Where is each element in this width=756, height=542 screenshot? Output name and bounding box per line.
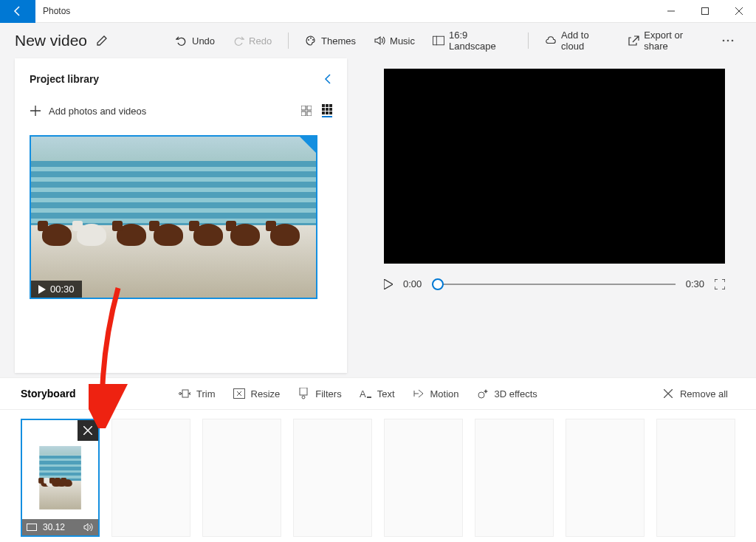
svg-rect-12 <box>301 112 306 116</box>
empty-slot[interactable] <box>475 419 554 537</box>
toolbar: New video Undo Redo Themes Music 16:9 La… <box>0 23 756 58</box>
empty-slot[interactable] <box>656 419 735 537</box>
redo-button[interactable]: Redo <box>225 30 279 51</box>
aspect-button[interactable]: 16:9 Landscape <box>425 25 519 56</box>
text-button[interactable]: A Text <box>352 385 402 402</box>
empty-slot[interactable] <box>566 419 645 537</box>
svg-rect-1 <box>702 8 709 15</box>
close-button[interactable] <box>722 0 756 23</box>
svg-rect-17 <box>322 108 325 111</box>
aspect-icon <box>27 524 37 531</box>
svg-rect-20 <box>322 112 325 114</box>
svg-rect-11 <box>307 106 312 110</box>
svg-point-7 <box>723 40 725 42</box>
trim-button[interactable]: Trim <box>171 385 223 402</box>
svg-text:A: A <box>360 388 366 399</box>
music-label: Music <box>390 35 415 47</box>
svg-rect-5 <box>433 36 444 45</box>
remove-all-button[interactable]: Remove all <box>655 385 735 402</box>
video-preview[interactable] <box>384 69 725 264</box>
selected-corner-icon <box>300 137 316 153</box>
duration-badge: 00:30 <box>31 281 82 298</box>
maximize-button[interactable] <box>688 0 722 23</box>
grid-small-icon[interactable] <box>301 106 312 116</box>
storyboard-toolbar: Storyboard Trim Resize Filters A Text Mo… <box>0 377 756 410</box>
redo-icon <box>233 35 244 47</box>
svg-point-4 <box>312 39 314 41</box>
cloud-label: Add to cloud <box>561 30 610 52</box>
cloud-button[interactable]: Add to cloud <box>537 25 617 56</box>
landscape-icon <box>433 35 444 47</box>
empty-slot[interactable] <box>202 419 281 537</box>
svg-rect-14 <box>322 104 325 107</box>
minimize-button[interactable] <box>654 0 688 23</box>
time-position: 0:00 <box>403 278 422 289</box>
motion-icon <box>413 388 425 399</box>
themes-button[interactable]: Themes <box>298 30 363 51</box>
view-mode-toggle <box>301 104 332 117</box>
project-title: New video <box>15 32 87 49</box>
themes-label: Themes <box>321 35 356 47</box>
text-icon: A <box>360 388 371 399</box>
remove-clip-button[interactable] <box>78 420 98 441</box>
plus-icon <box>30 105 41 117</box>
svg-rect-16 <box>329 104 332 107</box>
add-media-button[interactable]: Add photos and videos <box>30 105 146 117</box>
play-button[interactable] <box>384 279 393 289</box>
resize-icon <box>233 388 245 399</box>
palette-icon <box>305 35 317 47</box>
svg-rect-23 <box>182 390 188 397</box>
svg-rect-21 <box>326 112 329 114</box>
svg-rect-22 <box>329 112 332 114</box>
svg-point-3 <box>310 38 312 39</box>
audio-icon <box>83 523 94 532</box>
time-duration: 0:30 <box>686 278 704 289</box>
empty-slot[interactable] <box>293 419 372 537</box>
playback-controls: 0:00 0:30 <box>384 278 725 289</box>
svg-rect-18 <box>326 108 329 111</box>
svg-point-30 <box>302 396 305 399</box>
seek-thumb[interactable] <box>432 278 444 290</box>
svg-rect-29 <box>300 388 307 395</box>
svg-rect-13 <box>307 112 312 116</box>
3d-effects-button[interactable]: 3D effects <box>470 385 545 402</box>
storyboard-title: Storyboard <box>21 388 168 399</box>
collapse-library-button[interactable] <box>323 73 332 85</box>
app-title: Photos <box>35 6 654 16</box>
clip-duration: 30.12 <box>43 522 65 532</box>
back-button[interactable] <box>0 0 35 23</box>
add-media-label: Add photos and videos <box>49 106 146 117</box>
svg-point-9 <box>732 40 734 42</box>
export-label: Export or share <box>644 30 704 52</box>
svg-point-33 <box>478 392 484 398</box>
export-button[interactable]: Export or share <box>620 25 712 56</box>
project-title-area: New video <box>15 32 162 49</box>
ellipsis-icon <box>722 35 734 47</box>
seek-slider[interactable] <box>432 284 675 285</box>
filters-icon <box>298 388 309 399</box>
storyboard-clip[interactable]: 30.12 <box>21 419 100 537</box>
library-item[interactable]: 00:30 <box>30 135 317 299</box>
more-button[interactable] <box>715 30 741 51</box>
edit-title-icon[interactable] <box>96 35 108 47</box>
svg-rect-10 <box>301 106 306 110</box>
sparkle-icon <box>477 388 489 399</box>
undo-button[interactable]: Undo <box>168 30 222 51</box>
close-icon <box>662 388 674 399</box>
title-bar: Photos <box>0 0 756 23</box>
filters-button[interactable]: Filters <box>290 385 348 402</box>
grid-large-icon[interactable] <box>322 104 332 117</box>
resize-button[interactable]: Resize <box>226 385 288 402</box>
speaker-icon <box>374 35 385 47</box>
svg-rect-34 <box>27 524 37 531</box>
trim-icon <box>179 388 190 399</box>
fullscreen-button[interactable] <box>715 279 725 289</box>
music-button[interactable]: Music <box>366 30 422 51</box>
empty-slot[interactable] <box>111 419 190 537</box>
clip-meta: 30.12 <box>22 519 98 535</box>
empty-slot[interactable] <box>384 419 463 537</box>
cloud-icon <box>545 35 557 47</box>
item-duration: 00:30 <box>50 284 75 295</box>
svg-rect-19 <box>329 108 332 111</box>
motion-button[interactable]: Motion <box>405 385 467 402</box>
